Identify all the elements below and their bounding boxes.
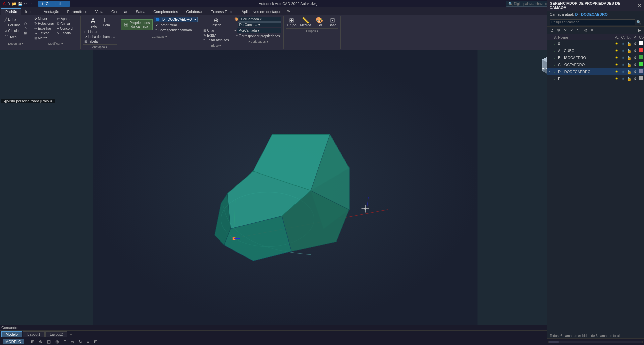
row3-on-icon[interactable]: ☀ [614, 62, 620, 67]
qa-undo[interactable]: ↩ [24, 2, 27, 6]
qa-redo[interactable]: ↪ [29, 2, 32, 6]
polar-btn[interactable]: ◎ [54, 339, 60, 344]
row5-plot-icon[interactable]: 🖨 [632, 76, 638, 81]
row4-plot-icon[interactable]: 🖨 [632, 69, 638, 74]
polilinha-button[interactable]: ⌐ Polilinha [3, 22, 22, 28]
ortho-btn[interactable]: ◫ [46, 339, 52, 344]
row3-freeze-icon[interactable]: ❄ [620, 62, 626, 67]
osnap-btn[interactable]: ⊡ [62, 339, 68, 344]
linear-button[interactable]: ⊢ Linear [83, 30, 117, 34]
texto-button[interactable]: A Texto [87, 17, 99, 29]
inserir-button[interactable]: ⊕ Inserir [210, 17, 222, 28]
base-button[interactable]: ⊡ Base [326, 17, 338, 28]
cor-button[interactable]: 🎨 Cor [313, 17, 325, 28]
lineweight-btn[interactable]: ≡ [86, 339, 90, 344]
tab-inserir[interactable]: Inserir [21, 8, 40, 15]
linetype-dropdown[interactable]: PorCamada ▾ [238, 22, 281, 27]
rotacionar-button[interactable]: ↻ Rotacionar [33, 21, 55, 26]
row2-freeze-icon[interactable]: ❄ [620, 55, 626, 60]
tab-saida[interactable]: Saída [131, 8, 149, 15]
row1-on-icon[interactable]: ☀ [614, 48, 620, 53]
cota-button[interactable]: ⊢ Cota [100, 17, 112, 28]
qa-save[interactable]: 💾 [18, 2, 23, 6]
propriedades-camada-button[interactable]: ⊞ Propriedadesda camada [121, 19, 153, 30]
layer-dropdown[interactable]: 🔵 D - DODECAEDRO ▾ [154, 17, 198, 22]
layer-filter-btn[interactable]: ≡ [590, 28, 594, 33]
row4-on-icon[interactable]: ☀ [614, 69, 620, 74]
mover-button[interactable]: ✥ Mover [33, 17, 55, 21]
poly-button[interactable]: ⬡ [23, 21, 29, 26]
tab-colaborar[interactable]: Colaborar [182, 8, 206, 15]
layer-new-freeze-btn[interactable]: ❄ [556, 28, 561, 33]
layer-refresh-btn[interactable]: ↻ [575, 28, 581, 33]
tab-modelo[interactable]: Modelo [1, 331, 22, 337]
row5-freeze-icon[interactable]: ❄ [620, 76, 626, 81]
tab-layout2[interactable]: Layout2 [45, 331, 67, 337]
tab-anotacao[interactable]: Anotação [40, 8, 63, 15]
linewidth-dropdown[interactable]: PorCamada ▾ [237, 28, 281, 33]
tornar-atual-button[interactable]: ✓ Tornar atual [154, 23, 198, 27]
tab-padrao[interactable]: Padrão [1, 8, 21, 15]
row2-color[interactable] [638, 55, 644, 60]
col-b-header[interactable]: B. [626, 35, 632, 39]
row1-plot-icon[interactable]: 🖨 [632, 48, 638, 53]
add-layout-button[interactable]: + [68, 332, 74, 337]
row1-freeze-icon[interactable]: ❄ [620, 48, 626, 53]
ribbon-overflow[interactable]: ≫ [287, 9, 291, 13]
col-c-header[interactable]: C. [620, 35, 626, 39]
espelhar-button[interactable]: ⇔ Espelhar [33, 26, 55, 31]
row0-on-icon[interactable]: ☀ [614, 41, 620, 46]
modelo-status[interactable]: MODELO [3, 339, 24, 344]
tab-complementos[interactable]: Complementos [149, 8, 182, 15]
grid-btn[interactable]: ⊕ [38, 339, 43, 344]
row2-on-icon[interactable]: ☀ [614, 55, 620, 60]
row5-on-icon[interactable]: ☀ [614, 76, 620, 81]
snap-btn[interactable]: ⊞ [30, 339, 35, 344]
layer-row-cubo[interactable]: ✓ A - CUBO ☀ ❄ 🔓 🖨 [547, 47, 644, 54]
row3-color[interactable] [638, 62, 644, 67]
circulo-button[interactable]: ○ Círculo [3, 28, 22, 33]
tabela-button[interactable]: ⊞ Tabela [83, 39, 117, 44]
medida-button[interactable]: 📏 Medida [299, 17, 313, 28]
layer-panel-close[interactable]: ✕ [638, 3, 641, 8]
otrack-btn[interactable]: ∞ [70, 339, 75, 344]
tab-vista[interactable]: Vista [91, 8, 107, 15]
row0-freeze-icon[interactable]: ❄ [620, 41, 626, 46]
ellip-button[interactable]: ⬭ [23, 26, 29, 31]
share-button[interactable]: ⬆ Compartilhar [38, 1, 70, 7]
row4-freeze-icon[interactable]: ❄ [620, 69, 626, 74]
layer-current-btn[interactable]: ✓ [569, 28, 574, 33]
qa-new[interactable]: 🗋 [7, 2, 11, 6]
corresponder-prop-button[interactable]: ≡ Corresponder propriedades [234, 34, 281, 38]
rect-button[interactable]: □ [23, 17, 29, 21]
escala-button[interactable]: ⤡ Escala [56, 31, 78, 36]
tab-apps[interactable]: Aplicativos em destaque [237, 8, 285, 15]
grupo-button[interactable]: ⊞ Grupo [286, 17, 298, 28]
layer-settings-btn[interactable]: ⚙ [583, 28, 589, 33]
col-cor-header[interactable]: Cor [638, 35, 644, 39]
row2-plot-icon[interactable]: 🖨 [632, 55, 638, 60]
transparency-btn[interactable]: ⊡ [93, 339, 98, 344]
concord-button[interactable]: ⌐ Concord [56, 26, 78, 31]
layer-delete-btn[interactable]: ✕ [562, 28, 568, 33]
dynin-btn[interactable]: ↻ [78, 339, 83, 344]
row5-lock-icon[interactable]: 🔓 [626, 76, 632, 81]
linha-chamada-button[interactable]: ↗ Linha de chamada [83, 34, 117, 39]
criar-button[interactable]: ⊞ Criar [202, 28, 230, 33]
tab-parametrico[interactable]: Paramétrico [63, 8, 91, 15]
col-p-header[interactable]: P. [632, 35, 638, 39]
layer-row-0[interactable]: ✓ 0 ☀ ❄ 🔓 🖨 [547, 40, 644, 47]
row3-lock-icon[interactable]: 🔓 [626, 62, 632, 67]
col-a-header[interactable]: A. [614, 35, 620, 39]
editar-button[interactable]: ✎ Editar [202, 33, 230, 38]
esticar-button[interactable]: ↔ Esticar [33, 31, 55, 36]
layer-new-btn[interactable]: 🗋 [549, 28, 555, 33]
layer-close-panel[interactable]: ▶ [637, 28, 642, 33]
tab-gerenciar[interactable]: Gerenciar [107, 8, 131, 15]
row4-lock-icon[interactable]: 🔓 [626, 69, 632, 74]
canvas-area[interactable]: SUPERIOR FRONTAL D S WCS [0, 50, 570, 325]
layer-search-button[interactable]: 🔍 [636, 20, 641, 25]
copiar-button[interactable]: ⧉ Copiar [56, 21, 78, 26]
col-status-header[interactable]: S. [552, 35, 557, 39]
col-name-header[interactable]: Nome [557, 35, 614, 39]
